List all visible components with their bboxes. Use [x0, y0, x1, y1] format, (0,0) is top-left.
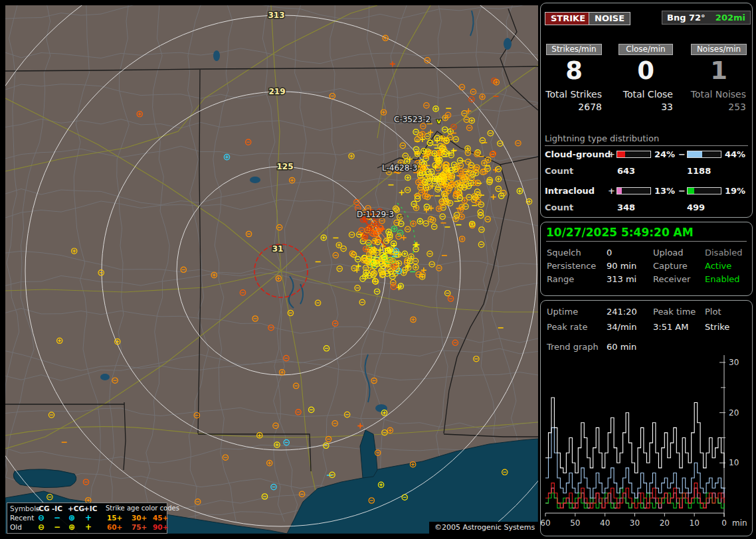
legend-+IC-symbol: + [85, 522, 92, 532]
ic-positive-bar [616, 187, 651, 194]
strike-stats-panel: STRIKE NOISE Bng 72° 202mi Strikes/min C… [540, 3, 753, 218]
copyright: ©2005 Astrogenic Systems [429, 522, 538, 534]
strikes-per-min-button[interactable]: Strikes/min [546, 44, 602, 55]
trend-panel: Uptime 241:20 Peak time Plot Peak rate 3… [540, 300, 753, 536]
legend--IC-symbol: − [54, 513, 60, 522]
range-value: 313 mi [607, 274, 636, 284]
peak-time-value: 3:51 AM [653, 322, 688, 332]
upload-value: Disabled [705, 248, 742, 258]
legend--IC-symbol: − [54, 522, 60, 532]
plus-sign: + [608, 186, 615, 196]
storm-cell-label[interactable]: D-1129-3 [357, 210, 394, 219]
legend-age-code: 60+ [107, 523, 122, 531]
cg-positive-count: 643 [617, 166, 635, 176]
legend-age-code: 30+ [132, 514, 147, 522]
storm-cell-trend-icon: – [399, 212, 403, 220]
ring-label: 31 [272, 244, 284, 254]
close-per-min-button[interactable]: Close/min [618, 44, 673, 55]
trend-y-tick: 30 [729, 358, 739, 367]
cloud-ground-label: Cloud-ground [545, 149, 611, 159]
receiver-value: Enabled [705, 274, 740, 284]
divider [545, 145, 748, 146]
trend-x-tick: 20 [660, 518, 670, 528]
minus-sign: − [678, 186, 686, 196]
count-label: Count [545, 166, 573, 176]
ring-label: 313 [268, 11, 284, 20]
storm-cell-trend-icon: v [436, 117, 442, 125]
count-label: Count [545, 202, 573, 212]
lightning-map[interactable]: 31125219313C-3523-2vL-4628-3D-1129-3– Sy… [5, 5, 538, 534]
cg-positive-pct: 24% [654, 149, 675, 159]
trend-y-tick: 10 [729, 458, 739, 467]
legend-age-code: 75+ [132, 523, 147, 531]
ic-negative-pct: 19% [725, 186, 745, 196]
trend-x-tick: 60 [540, 518, 550, 528]
cg-positive-bar [616, 151, 651, 158]
total-noises-label: Total Noises [680, 89, 746, 100]
total-close-label: Total Close [613, 89, 673, 100]
upload-label: Upload [653, 248, 684, 258]
legend-age-code: 90+ [153, 523, 168, 531]
trend-x-tick: 40 [600, 518, 610, 528]
legend--CG-symbol: ⊖ [38, 513, 45, 522]
map-canvas[interactable]: 31125219313C-3523-2vL-4628-3D-1129-3– [5, 5, 538, 534]
trend-x-unit: min [732, 518, 747, 528]
legend-+CG-symbol: ⊕ [68, 522, 75, 532]
minus-sign: − [678, 149, 686, 159]
peak-time-label: Peak time [653, 307, 696, 317]
receiver-label: Receiver [653, 274, 690, 284]
ic-positive-count: 348 [617, 202, 635, 212]
cg-negative-bar [687, 151, 721, 158]
total-strikes-value: 2678 [541, 102, 602, 112]
squelch-label: Squelch [547, 248, 581, 258]
trend-graph-label: Trend graph [547, 342, 599, 352]
strikes-per-min-value: 8 [546, 56, 602, 85]
ring-label: 125 [276, 162, 293, 171]
total-noises-value: 253 [680, 102, 746, 112]
strike-button[interactable]: STRIKE [545, 12, 591, 25]
trend-chart: 1020306050403020100min [541, 354, 753, 537]
trend-x-tick: 50 [570, 518, 580, 528]
legend-+CG-symbol: ⊕ [68, 513, 75, 522]
distribution-title: Lightning type distribution [545, 133, 659, 143]
trend-graph-value: 60 min [607, 342, 636, 352]
legend-col-header: -CG [36, 504, 50, 512]
legend-row-label: Old [10, 523, 22, 531]
distance-value: 202mi [715, 13, 745, 23]
storm-cell-label[interactable]: L-4628-3 [382, 163, 417, 173]
uptime-label: Uptime [547, 307, 578, 317]
legend-col-header: +CG [68, 504, 84, 512]
storm-cell-label[interactable]: C-3523-2 [394, 115, 430, 124]
persistence-value: 90 min [607, 261, 636, 271]
bearing-value: Bng 72° [667, 13, 706, 23]
legend-age-title: Strike age color codes [106, 504, 179, 512]
ic-positive-pct: 13% [654, 186, 675, 196]
divider [546, 241, 747, 242]
trend-x-tick: 0 [721, 518, 727, 528]
plot-label: Plot [705, 307, 721, 317]
close-per-min-value: 0 [618, 56, 673, 85]
persistence-label: Persistence [547, 261, 596, 271]
uptime-value: 241:20 [607, 307, 637, 317]
capture-value: Active [705, 261, 731, 271]
noises-per-min-button[interactable]: Noises/min [691, 44, 747, 55]
squelch-value: 0 [607, 248, 612, 258]
peak-rate-value: 34/min [607, 322, 636, 332]
total-strikes-label: Total Strikes [541, 89, 602, 100]
plot-value: Strike [705, 322, 729, 332]
trend-y-tick: 20 [729, 408, 739, 418]
legend-age-code: 45+ [153, 514, 168, 522]
trend-x-tick: 10 [690, 518, 700, 528]
range-label: Range [547, 274, 574, 284]
intracloud-label: Intracloud [545, 186, 595, 196]
ic-negative-bar [687, 187, 721, 194]
ring-label: 219 [268, 87, 285, 96]
legend-col-header: +IC [84, 504, 97, 512]
noise-button[interactable]: NOISE [589, 12, 630, 25]
ic-negative-count: 499 [687, 202, 705, 212]
bearing-readout: Bng 72° 202mi [662, 11, 751, 25]
legend-symbols-label: Symbols [10, 504, 40, 512]
legend-row-label: Recent [10, 514, 34, 522]
trend-x-tick: 30 [630, 518, 640, 528]
legend--CG-symbol: ⊖ [38, 522, 45, 532]
